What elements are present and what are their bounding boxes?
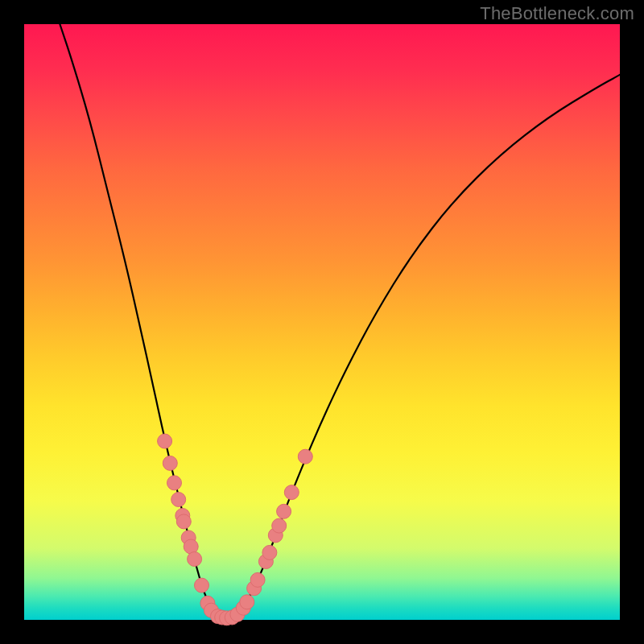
data-dot xyxy=(158,434,172,448)
data-dot xyxy=(171,493,186,507)
data-dot xyxy=(284,485,299,500)
data-dot xyxy=(298,449,312,464)
data-dot xyxy=(250,572,265,587)
data-dot xyxy=(167,476,182,490)
data-dot xyxy=(195,578,209,592)
dots-group xyxy=(158,434,313,625)
data-dot xyxy=(277,504,291,518)
frame: TheBottleneck.com xyxy=(0,0,644,644)
chart-svg xyxy=(24,24,620,620)
data-dot xyxy=(272,518,287,533)
data-dot xyxy=(188,552,202,567)
data-dot xyxy=(262,545,277,559)
data-dot xyxy=(176,514,191,529)
data-dot xyxy=(163,456,177,470)
bottleneck-curve xyxy=(60,24,620,617)
plot-area xyxy=(24,24,620,620)
watermark-text: TheBottleneck.com xyxy=(480,3,634,24)
data-dot xyxy=(240,595,254,609)
